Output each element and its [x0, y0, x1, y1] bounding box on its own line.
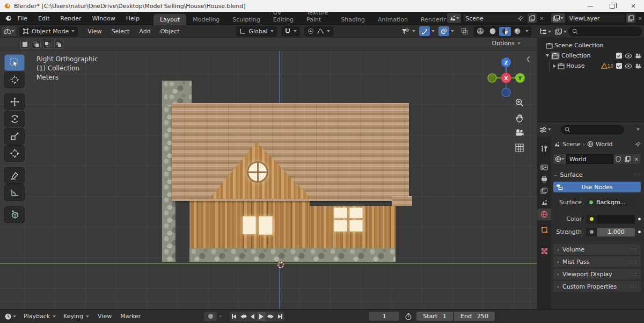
step-back-button[interactable]: [248, 312, 257, 321]
prev-keyframe-button[interactable]: [239, 312, 248, 321]
menu-help[interactable]: Help: [121, 15, 145, 22]
menu-file[interactable]: File: [12, 15, 33, 22]
auto-keying-button[interactable]: [204, 312, 217, 321]
tab-shading[interactable]: Shading: [334, 14, 371, 25]
menu-select[interactable]: Select: [107, 28, 134, 35]
menu-window[interactable]: Window: [86, 15, 120, 22]
tab-view-layer[interactable]: [537, 185, 551, 197]
viewlayer-name-field[interactable]: ViewLayer: [566, 13, 625, 23]
editor-type-button[interactable]: [2, 26, 16, 36]
panel-drag-handle[interactable]: ::::: [633, 173, 641, 177]
outliner-search-input[interactable]: [568, 27, 642, 36]
panel-drag-handle[interactable]: ::::: [629, 284, 637, 289]
jump-to-end-button[interactable]: [275, 312, 284, 321]
window-left2[interactable]: [259, 216, 273, 235]
menu-edit[interactable]: Edit: [33, 15, 55, 22]
panel-drag-handle[interactable]: ::::: [629, 272, 637, 277]
strength-socket-chip[interactable]: [586, 228, 597, 236]
tab-sculpting[interactable]: Sculpting: [226, 14, 266, 25]
foundation[interactable]: [189, 248, 396, 262]
tab-rendering[interactable]: Rendering: [414, 14, 446, 25]
roof-right-step[interactable]: [392, 196, 412, 206]
viewport-canvas[interactable]: [0, 51, 537, 309]
surface-panel-header[interactable]: ⌄ Surface ::::: [553, 169, 641, 180]
new-viewlayer-button[interactable]: [626, 13, 635, 23]
select-mode-subtract-button[interactable]: [43, 40, 52, 49]
strength-field[interactable]: 1.000: [597, 228, 635, 236]
pan-button[interactable]: [513, 111, 526, 125]
toggle-ortho-button[interactable]: [513, 141, 526, 155]
select-mode-invert-button[interactable]: [54, 40, 63, 49]
gizmos-toggle[interactable]: [419, 26, 430, 36]
tab-object[interactable]: [537, 224, 551, 235]
remove-viewlayer-icon[interactable]: ✕: [636, 16, 644, 21]
menu-add[interactable]: Add: [135, 28, 155, 35]
render-camera-icon[interactable]: [635, 63, 642, 69]
tool-annotate[interactable]: [4, 167, 25, 184]
end-frame-field[interactable]: End 250: [454, 312, 495, 321]
tab-texture-paint[interactable]: Texture Paint: [300, 12, 334, 25]
restore-button[interactable]: [601, 0, 623, 12]
window-left[interactable]: [243, 216, 256, 234]
panel-mist-pass[interactable]: ›Mist Pass::::: [553, 256, 641, 267]
transform-orientation[interactable]: Global: [236, 26, 276, 37]
window-pane-2[interactable]: [349, 207, 363, 218]
overlays-toggle[interactable]: [438, 26, 449, 36]
current-frame-field[interactable]: 1: [369, 312, 399, 321]
unlink-world-button[interactable]: ✕: [632, 154, 641, 164]
wall-left[interactable]: [189, 200, 211, 249]
shading-material-button[interactable]: [499, 27, 511, 36]
properties-search-input[interactable]: [561, 125, 624, 134]
next-keyframe-button[interactable]: [266, 312, 275, 321]
tool-rotate[interactable]: [4, 111, 25, 127]
panel-drag-handle[interactable]: ::::: [629, 260, 637, 264]
hide-eye-icon[interactable]: [625, 63, 632, 69]
expand-arrow-icon[interactable]: [546, 54, 549, 57]
window-pane-4[interactable]: [349, 220, 363, 232]
pin-icon[interactable]: [635, 141, 641, 147]
select-mode-new-button[interactable]: [20, 40, 30, 49]
camera-view-button[interactable]: [513, 126, 526, 140]
show-object-types-button[interactable]: [400, 26, 411, 36]
tab-texture[interactable]: [537, 245, 551, 257]
menu-object[interactable]: Object: [156, 28, 184, 35]
unlink-scene-icon[interactable]: ✕: [538, 16, 545, 21]
collapse-arrow-icon[interactable]: [553, 64, 556, 68]
shading-rendered-button[interactable]: [511, 27, 523, 36]
proportional-edit[interactable]: [304, 26, 333, 37]
color-socket-chip[interactable]: [586, 215, 597, 224]
jump-to-start-button[interactable]: [230, 312, 239, 321]
panel-volume[interactable]: ›Volume::::: [553, 244, 641, 255]
hide-eye-icon[interactable]: [625, 53, 632, 59]
tab-output[interactable]: [537, 173, 551, 185]
window-pane-3[interactable]: [334, 220, 347, 232]
new-world-button[interactable]: [623, 154, 632, 164]
tab-modeling[interactable]: Modeling: [186, 14, 226, 25]
breadcrumb-scene[interactable]: Scene: [562, 141, 581, 148]
tab-uv-editing[interactable]: UV Editing: [267, 12, 300, 25]
shading-solid-button[interactable]: [487, 27, 499, 36]
tool-select-box[interactable]: [4, 54, 25, 71]
viewlayer-browse-button[interactable]: [551, 13, 565, 23]
outliner-row-collection[interactable]: Collection: [537, 51, 644, 61]
tab-layout[interactable]: Layout: [153, 14, 186, 25]
scene-name-field[interactable]: Scene: [462, 13, 526, 23]
pin-icon[interactable]: [517, 16, 523, 21]
tool-transform[interactable]: [4, 145, 25, 162]
close-button[interactable]: ✕: [623, 0, 644, 12]
window-pane-1[interactable]: [334, 207, 347, 218]
start-frame-field[interactable]: Start 1: [416, 312, 453, 321]
snap-settings[interactable]: [281, 26, 300, 37]
tab-scene[interactable]: [537, 197, 551, 209]
stopwatch-icon[interactable]: [405, 313, 412, 320]
collection-checkbox[interactable]: [616, 53, 622, 59]
render-camera-icon[interactable]: [635, 53, 642, 59]
round-window[interactable]: [247, 161, 268, 183]
tool-cursor[interactable]: [4, 71, 25, 88]
tab-world[interactable]: [537, 209, 551, 220]
tool-add-cube[interactable]: [4, 206, 25, 223]
outliner-display-mode-button[interactable]: [555, 28, 567, 35]
sidebar-toggle-arrow[interactable]: ❮: [526, 56, 530, 62]
chimney-top[interactable]: [167, 81, 192, 105]
shading-wireframe-button[interactable]: [474, 27, 486, 36]
